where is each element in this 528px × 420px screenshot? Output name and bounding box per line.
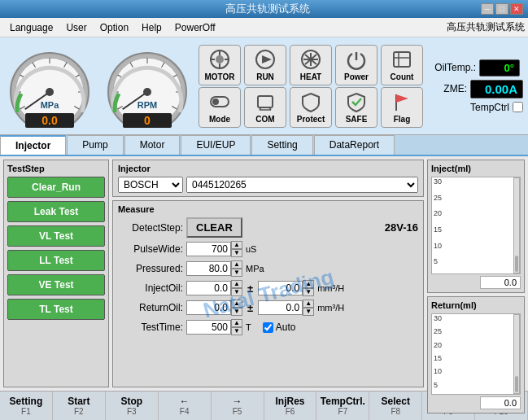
detectstep-row: DetectStep: CLEAR 28V-16	[118, 217, 418, 238]
tab-datareport[interactable]: DataReport	[314, 135, 395, 155]
power-button[interactable]: Power	[335, 45, 377, 85]
oiltemp-row: OilTemp.: 0°	[423, 59, 523, 77]
inject-y-axis: 30 25 20 15 10 5	[432, 177, 443, 273]
testtime-row: TestTime: ▲ ▼ T Auto	[118, 319, 418, 335]
svg-rect-42	[394, 52, 410, 67]
bottom-left[interactable]: ← F4	[159, 392, 212, 420]
tab-pump[interactable]: Pump	[67, 135, 123, 155]
count-button[interactable]: Count	[381, 45, 423, 85]
pressured-input[interactable]	[186, 261, 231, 276]
bottom-tempctrl[interactable]: TempCtrl. F7	[316, 392, 369, 420]
com-button[interactable]: COM	[244, 87, 286, 128]
bottom-right[interactable]: → F5	[212, 392, 264, 420]
zme-label: ZME:	[423, 83, 467, 94]
ll-test-button[interactable]: LL Test	[7, 250, 105, 271]
injector-brand-select[interactable]: BOSCH DENSO DELPHI	[118, 177, 183, 193]
window-controls[interactable]: ─ □ ✕	[481, 3, 523, 15]
returnoil-label: ReturnOil:	[118, 302, 183, 313]
returnoil-input2[interactable]	[258, 300, 303, 315]
injectoil-down[interactable]: ▼	[231, 288, 242, 296]
heat-label: HEAT	[300, 72, 321, 81]
menu-help[interactable]: Help	[135, 20, 168, 35]
injectoil-up2[interactable]: ▲	[303, 280, 314, 288]
testtime-up[interactable]: ▲	[231, 319, 242, 327]
pulsewide-up[interactable]: ▲	[231, 241, 242, 249]
returnoil-input1[interactable]	[186, 300, 231, 315]
safe-button[interactable]: SAFE	[335, 87, 377, 128]
oiltemp-label: OilTemp.:	[423, 62, 476, 73]
returnoil-spin-buttons: ▲ ▼	[231, 300, 242, 316]
auto-checkbox[interactable]	[263, 322, 273, 333]
testtime-spinbox: ▲ ▼	[186, 319, 242, 335]
minimize-button[interactable]: ─	[481, 3, 494, 15]
clear-button[interactable]: CLEAR	[186, 217, 242, 238]
tab-injector[interactable]: Injector	[0, 135, 66, 155]
tempctrl-row: TempCtrl	[423, 102, 523, 113]
injectoil-label: InjectOil:	[118, 282, 183, 294]
tab-setting[interactable]: Setting	[251, 135, 312, 155]
return-chart-title: Return(ml)	[431, 300, 521, 310]
menu-poweroff[interactable]: PowerOff	[168, 20, 222, 35]
inject-chart-group: Inject(ml) 30 25 20 15 10 5 0.0	[427, 160, 525, 293]
testtime-down[interactable]: ▼	[231, 327, 242, 335]
right-charts: Inject(ml) 30 25 20 15 10 5 0.0	[427, 160, 525, 387]
flag-icon	[390, 90, 414, 113]
injectoil-input1[interactable]	[186, 281, 231, 295]
close-button[interactable]: ✕	[510, 3, 523, 15]
bottom-stop[interactable]: Stop F3	[106, 392, 159, 420]
vl-test-button[interactable]: VL Test	[7, 225, 105, 247]
injectoil-spinbox: ▲ ▼	[186, 280, 242, 296]
menu-user[interactable]: User	[59, 20, 93, 35]
injector-code-select[interactable]: 0445120265	[186, 177, 418, 193]
bottom-setting[interactable]: Setting F1	[0, 392, 53, 420]
return-y-axis: 30 25 20 15 10 5	[432, 314, 443, 394]
clear-run-button[interactable]: Clear_Run	[7, 177, 105, 198]
left-panel: TestStep Clear_Run Leak Test VL Test LL …	[3, 160, 109, 387]
protect-button[interactable]: Protect	[290, 87, 332, 128]
maximize-button[interactable]: □	[495, 3, 508, 15]
leak-test-button[interactable]: Leak Test	[7, 201, 105, 222]
pulsewide-input[interactable]	[186, 242, 231, 256]
injectoil-input2[interactable]	[258, 281, 303, 295]
pressured-down[interactable]: ▼	[231, 269, 242, 277]
app-subtitle: 高压共轨测试系统	[447, 20, 525, 34]
pulsewide-down[interactable]: ▼	[231, 249, 242, 257]
return-scrollbar[interactable]	[513, 314, 520, 394]
auto-label: Auto	[276, 322, 296, 333]
mpa-gauge: MPa 0.0	[5, 42, 94, 131]
returnoil-spin-buttons2: ▲ ▼	[303, 300, 314, 316]
mode-button[interactable]: Mode	[199, 87, 241, 128]
injectoil-up[interactable]: ▲	[231, 280, 242, 288]
bottom-select[interactable]: Select F8	[369, 392, 422, 420]
app-title: 高压共轨测试系统	[54, 2, 481, 16]
menu-language[interactable]: Language	[3, 20, 59, 35]
tl-test-button[interactable]: TL Test	[7, 299, 105, 320]
zme-value: 0.00A	[470, 80, 523, 98]
menu-option[interactable]: Option	[94, 20, 135, 35]
bottom-injres[interactable]: InjRes F6	[264, 392, 317, 420]
returnoil-up[interactable]: ▲	[231, 300, 242, 308]
flag-button[interactable]: Flag	[381, 87, 423, 128]
ve-test-button[interactable]: VE Test	[7, 274, 105, 295]
returnoil-down[interactable]: ▼	[231, 308, 242, 316]
testtime-input[interactable]	[186, 320, 231, 335]
tab-euieup[interactable]: EUI/EUP	[181, 135, 251, 155]
pressured-label: Pressured:	[118, 263, 183, 274]
top-panel: MPa 0.0	[0, 37, 528, 135]
run-button[interactable]: RUN	[244, 45, 286, 85]
pressured-up[interactable]: ▲	[231, 260, 242, 269]
bottom-start[interactable]: Start F2	[53, 392, 106, 420]
com-icon	[253, 90, 277, 113]
injectoil-down2[interactable]: ▼	[303, 288, 314, 296]
returnoil-unit: mm³/H	[317, 303, 344, 313]
motor-button[interactable]: MOTOR	[199, 45, 241, 85]
tab-motor[interactable]: Motor	[124, 135, 181, 155]
power-icon	[344, 48, 369, 71]
heat-button[interactable]: HEAT	[290, 45, 332, 85]
tempctrl-checkbox[interactable]	[513, 102, 523, 112]
mode-label: Mode	[209, 115, 230, 124]
return-value-box: 0.0	[480, 396, 521, 409]
returnoil-up2[interactable]: ▲	[303, 300, 314, 308]
inject-scrollbar[interactable]	[513, 177, 520, 273]
returnoil-down2[interactable]: ▼	[303, 308, 314, 316]
